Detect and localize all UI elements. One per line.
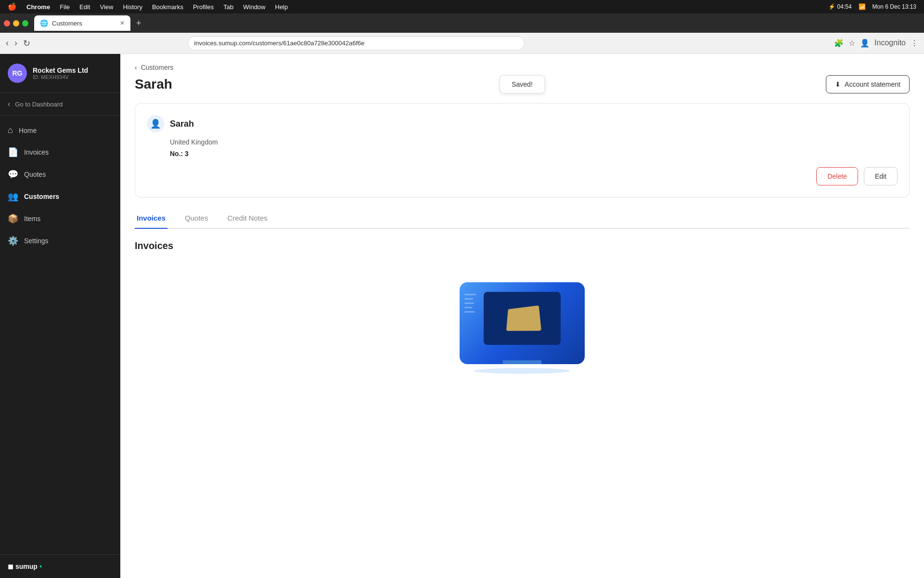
illustration-screen [484,292,561,345]
customer-card-header: 👤 Sarah [147,115,898,132]
illustration-line [464,294,476,295]
illustration-shadow [474,368,570,374]
maximize-button[interactable] [22,20,28,26]
breadcrumb-arrow-icon: ‹ [135,64,137,71]
sidebar-brand: RG Rocket Gems Ltd ID: MEXH934V [0,54,120,93]
illustration-box [506,305,541,331]
go-dashboard-label: Go to Dashboard [15,101,63,108]
empty-state [135,263,910,398]
sidebar-nav: ⌂ Home 📄 Invoices 💬 Quotes 👥 Customers 📦… [0,116,120,554]
customer-number: No.: 3 [170,150,898,158]
sidebar-item-customers[interactable]: 👥 Customers [0,185,120,208]
brand-avatar: RG [8,64,27,83]
reload-button[interactable]: ↻ [23,38,30,49]
tab-menu[interactable]: Tab [223,3,233,11]
tab-invoices[interactable]: Invoices [135,209,167,229]
customer-country: United Kingdom [170,138,898,146]
go-to-dashboard[interactable]: ‹ Go to Dashboard [0,93,120,116]
sumup-logo-text: sumup [15,563,38,570]
sidebar: RG Rocket Gems Ltd ID: MEXH934V ‹ Go to … [0,54,120,578]
more-options-icon[interactable]: ⋮ [911,39,918,48]
wifi-icon: 📶 [859,3,866,10]
empty-state-illustration [460,282,585,379]
sidebar-footer: ◼ sumup • [0,554,120,578]
breadcrumb-label[interactable]: Customers [141,64,174,71]
sidebar-item-label-items: Items [24,215,40,223]
profiles-menu[interactable]: Profiles [193,3,214,11]
illustration-line [464,311,475,313]
bookmarks-menu[interactable]: Bookmarks [152,3,183,11]
illustration-sidebar-lines [464,294,476,313]
view-menu[interactable]: View [100,3,113,11]
sidebar-item-items[interactable]: 📦 Items [0,208,120,230]
customer-card-actions: Delete Edit [147,167,898,185]
apple-icon[interactable]: 🍎 [8,2,17,11]
go-dashboard-arrow-icon: ‹ [8,100,10,108]
back-button[interactable]: ‹ [6,38,9,48]
url-bar[interactable]: invoices.sumup.com/customers/61ae0c80a72… [188,37,525,50]
customer-name: Sarah [170,119,194,129]
history-menu[interactable]: History [123,3,142,11]
illustration-monitor-base [503,360,541,364]
sidebar-item-label-customers: Customers [24,193,59,200]
brand-name: Rocket Gems Ltd [33,66,88,74]
file-menu[interactable]: File [60,3,70,11]
illustration-line [464,307,472,308]
breadcrumb: ‹ Customers [120,54,924,71]
customer-avatar: 👤 [147,115,164,132]
items-icon: 📦 [8,213,18,224]
customer-no-value: 3 [185,150,189,158]
quotes-icon: 💬 [8,169,18,180]
browser-action-icons: 🧩 ☆ 👤 Incognito ⋮ [834,39,918,48]
download-icon: ⬇ [835,80,841,88]
home-icon: ⌂ [8,125,13,135]
tab-quotes[interactable]: Quotes [183,209,210,229]
tab-title: Customers [52,20,82,27]
illustration-line [464,302,474,304]
brand-id: ID: MEXH934V [33,74,88,80]
account-statement-button[interactable]: ⬇ Account statement [826,75,910,93]
forward-button[interactable]: › [14,38,17,48]
incognito-label: Incognito [874,39,906,48]
sumup-logo: ◼ sumup • [8,563,113,570]
sidebar-item-settings[interactable]: ⚙️ Settings [0,230,120,252]
macos-menu: 🍎 Chrome File Edit View History Bookmark… [8,2,288,11]
customer-no-label: No.: [170,150,183,158]
chrome-tabbar: 🌐 Customers ✕ + [0,13,924,33]
close-button[interactable] [4,20,10,26]
extensions-icon[interactable]: 🧩 [834,39,844,48]
app-layout: RG Rocket Gems Ltd ID: MEXH934V ‹ Go to … [0,54,924,578]
battery-indicator: ⚡ 04:54 [828,3,851,10]
bookmark-icon[interactable]: ☆ [848,39,855,48]
minimize-button[interactable] [13,20,19,26]
sidebar-item-label-settings: Settings [24,237,49,245]
main-content: ‹ Customers Sarah Saved! ⬇ Account state… [120,54,924,578]
macos-bar: 🍎 Chrome File Edit View History Bookmark… [0,0,924,13]
chrome-menu[interactable]: Chrome [26,3,50,11]
incognito-icon[interactable]: 👤 [860,39,870,48]
delete-button[interactable]: Delete [816,167,858,185]
help-menu[interactable]: Help [275,3,288,11]
new-tab-button[interactable]: + [132,16,145,30]
traffic-lights [4,20,28,26]
illustration-bg [460,282,585,364]
window-menu[interactable]: Window [243,3,265,11]
tab-credit-notes[interactable]: Credit Notes [225,209,269,229]
saved-badge: Saved! [500,75,545,93]
page-header: Sarah Saved! ⬇ Account statement [120,71,924,103]
page-title: Sarah [135,77,172,92]
edit-button[interactable]: Edit [864,167,898,185]
customer-card: 👤 Sarah United Kingdom No.: 3 Delete Edi… [135,103,910,197]
edit-menu[interactable]: Edit [79,3,90,11]
settings-icon: ⚙️ [8,236,18,246]
sidebar-item-label-invoices: Invoices [24,148,49,156]
browser-tab-customers[interactable]: 🌐 Customers ✕ [34,15,130,31]
illustration-line [464,298,473,300]
sidebar-item-quotes[interactable]: 💬 Quotes [0,163,120,185]
tab-close-icon[interactable]: ✕ [120,20,125,26]
clock: Mon 6 Dec 13:13 [873,3,916,10]
tabs-bar: Invoices Quotes Credit Notes [135,209,910,229]
sidebar-item-invoices[interactable]: 📄 Invoices [0,141,120,163]
tab-section-title: Invoices [135,240,910,251]
sidebar-item-home[interactable]: ⌂ Home [0,119,120,141]
